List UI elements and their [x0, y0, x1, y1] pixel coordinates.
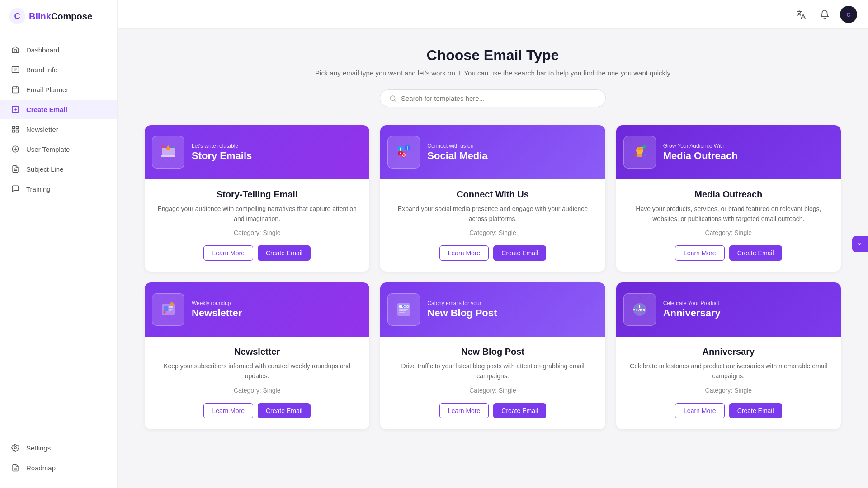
card-banner-media: Grow Your Audience With Media Outreach [616, 125, 841, 179]
svg-point-45 [634, 154, 637, 156]
info-icon [11, 65, 20, 74]
message-square-icon [11, 184, 20, 193]
svg-text:BLOG: BLOG [399, 305, 409, 309]
story-create-email-button[interactable]: Create Email [258, 245, 311, 261]
nav-bottom: Settings Roadmap [0, 431, 117, 488]
plus-square-icon [11, 145, 20, 154]
blog-card-body: New Blog Post Drive traffic to your late… [380, 337, 605, 429]
sidebar: C BlinkCompose Dashboard Brand Info Emai… [0, 0, 118, 488]
svg-rect-49 [164, 306, 168, 311]
sidebar-item-training[interactable]: Training [0, 179, 117, 198]
anniversary-learn-more-button[interactable]: Learn More [675, 403, 725, 418]
svg-rect-57 [399, 309, 408, 310]
connect-learn-more-button[interactable]: Learn More [439, 245, 489, 261]
svg-rect-13 [16, 126, 19, 128]
sidebar-label-create-email: Create Email [26, 106, 67, 113]
card-connect-with-us: t f Connect with us on Social Media [380, 125, 605, 272]
anniversary-card-body: Anniversary Celebrate milestones and pro… [616, 337, 841, 429]
plus-circle-icon [11, 105, 20, 114]
svg-rect-50 [169, 306, 173, 308]
newsletter-banner-subtitle: Weekly roundup [192, 300, 362, 306]
media-create-email-button[interactable]: Create Email [729, 245, 782, 261]
newsletter-banner-title: Newsletter [192, 307, 362, 319]
content-area: Choose Email Type Pick any email type yo… [118, 29, 868, 488]
anniversary-banner-subtitle: Celebrate Your Product [663, 300, 834, 306]
story-learn-more-button[interactable]: Learn More [203, 245, 253, 261]
sidebar-label-email-planner: Email Planner [26, 86, 68, 94]
media-card-name: Media Outreach [627, 189, 830, 200]
card-banner-newsletter: Weekly roundup Newsletter [145, 282, 369, 337]
svg-rect-43 [637, 152, 642, 157]
newsletter-illustration [152, 293, 184, 326]
svg-rect-14 [12, 130, 14, 132]
search-input[interactable] [401, 94, 596, 102]
svg-rect-2 [12, 66, 19, 73]
media-card-desc: Have your products, services, or brand f… [627, 204, 830, 224]
anniversary-illustration: YEARS [623, 293, 656, 326]
sidebar-item-email-planner[interactable]: Email Planner [0, 80, 117, 99]
media-learn-more-button[interactable]: Learn More [675, 245, 725, 261]
sidebar-label-newsletter: Newsletter [26, 126, 58, 133]
story-illustration [152, 136, 184, 169]
svg-rect-58 [399, 310, 406, 311]
sidebar-item-roadmap[interactable]: Roadmap [0, 458, 117, 477]
avatar[interactable]: C [840, 6, 857, 23]
blog-banner-title: New Blog Post [427, 307, 598, 319]
sidebar-label-roadmap: Roadmap [26, 464, 56, 472]
sidebar-item-subject-line[interactable]: Subject Line [0, 160, 117, 178]
cards-grid: Let's write relatable Story Emails Story… [145, 125, 841, 429]
svg-point-31 [161, 145, 164, 148]
svg-point-44 [642, 145, 646, 149]
sidebar-item-create-email[interactable]: Create Email [0, 100, 117, 119]
translate-icon[interactable] [793, 6, 809, 23]
anniversary-create-email-button[interactable]: Create Email [729, 403, 782, 418]
svg-rect-52 [169, 310, 171, 311]
logo-icon: C [9, 8, 25, 24]
bell-icon[interactable] [816, 6, 833, 23]
blog-learn-more-button[interactable]: Learn More [439, 403, 489, 418]
sidebar-label-brand-info: Brand Info [26, 66, 57, 74]
media-banner-title: Media Outreach [663, 150, 834, 162]
newsletter-card-name: Newsletter [156, 347, 359, 357]
floating-tab[interactable]: › [852, 236, 868, 252]
card-media-outreach: Grow Your Audience With Media Outreach M… [616, 125, 841, 272]
newsletter-create-email-button[interactable]: Create Email [258, 403, 311, 418]
card-banner-blog: BLOG Catchy emails for your New Blog Pos… [380, 282, 605, 337]
card-banner-connect: t f Connect with us on Social Media [380, 125, 605, 179]
svg-point-21 [14, 447, 17, 449]
connect-create-email-button[interactable]: Create Email [493, 245, 546, 261]
sidebar-item-user-template[interactable]: User Template [0, 140, 117, 159]
newsletter-card-actions: Learn More Create Email [156, 403, 359, 418]
search-bar[interactable] [380, 89, 606, 107]
blog-create-email-button[interactable]: Create Email [493, 403, 546, 418]
card-new-blog-post: BLOG Catchy emails for your New Blog Pos… [380, 282, 605, 429]
anniversary-card-actions: Learn More Create Email [627, 403, 830, 418]
sidebar-item-dashboard[interactable]: Dashboard [0, 40, 117, 59]
story-card-name: Story-Telling Email [156, 189, 359, 200]
svg-point-32 [173, 146, 175, 148]
list-icon [11, 463, 20, 472]
svg-rect-59 [399, 312, 405, 313]
story-card-category: Category: Single [156, 229, 359, 236]
connect-card-name: Connect With Us [391, 189, 594, 200]
blog-card-actions: Learn More Create Email [391, 403, 594, 418]
sidebar-item-newsletter[interactable]: Newsletter [0, 120, 117, 139]
connect-card-desc: Expand your social media presence and en… [391, 204, 594, 224]
svg-text:C: C [846, 11, 851, 18]
svg-point-53 [170, 302, 174, 306]
svg-text:C: C [14, 12, 20, 21]
card-newsletter: Weekly roundup Newsletter Newsletter Kee… [145, 282, 369, 429]
logo-text: BlinkCompose [29, 11, 92, 22]
grid-icon [11, 125, 20, 134]
blog-banner-subtitle: Catchy emails for your [427, 300, 598, 306]
logo-area: C BlinkCompose [0, 0, 117, 33]
settings-icon [11, 443, 20, 452]
sidebar-item-settings[interactable]: Settings [0, 438, 117, 457]
sidebar-item-brand-info[interactable]: Brand Info [0, 60, 117, 79]
newsletter-learn-more-button[interactable]: Learn More [203, 403, 253, 418]
story-card-desc: Engage your audience with compelling nar… [156, 204, 359, 224]
story-banner-title: Story Emails [192, 150, 362, 162]
connect-banner-text: Connect with us on Social Media [427, 143, 598, 162]
media-card-body: Media Outreach Have your products, servi… [616, 179, 841, 272]
newsletter-card-body: Newsletter Keep your subscribers informe… [145, 337, 369, 429]
